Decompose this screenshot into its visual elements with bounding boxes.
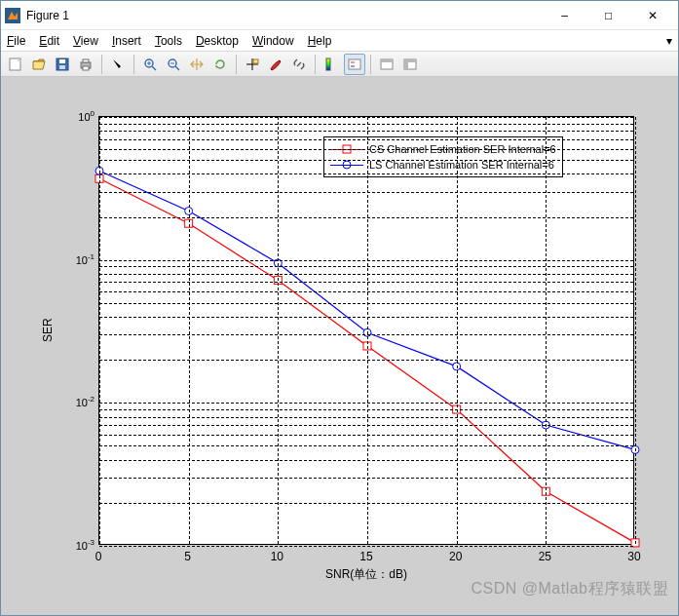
brush-button[interactable] [265, 54, 286, 75]
legend[interactable]: CS Channel Estimation SER Internal=6LS C… [323, 136, 563, 177]
close-button[interactable]: ✕ [630, 3, 674, 28]
x-tick-label: 15 [347, 550, 386, 563]
svg-rect-4 [59, 65, 65, 69]
menu-window[interactable]: Window [252, 34, 294, 48]
toolbar-separator [236, 55, 237, 74]
hide-tools-button[interactable] [376, 54, 397, 75]
grid-line [99, 303, 633, 304]
minimize-button[interactable]: – [543, 3, 586, 28]
grid-line [546, 117, 547, 544]
grid-line [99, 425, 633, 426]
svg-rect-17 [253, 59, 258, 63]
grid-line [99, 131, 633, 132]
grid-line [99, 149, 633, 150]
menu-desktop[interactable]: Desktop [196, 34, 239, 48]
menu-file[interactable]: File [7, 34, 25, 48]
rotate-button[interactable] [209, 54, 231, 75]
grid-line [99, 503, 633, 504]
grid-line [99, 160, 633, 161]
toolbar-separator [370, 55, 371, 74]
grid-line [99, 360, 633, 361]
svg-rect-3 [59, 59, 65, 63]
show-tools-button[interactable] [399, 54, 421, 75]
save-button[interactable] [52, 54, 73, 75]
matlab-icon [5, 8, 20, 23]
y-tick-label: 100 [73, 109, 94, 123]
grid-line [99, 460, 633, 461]
maximize-button[interactable]: □ [586, 3, 630, 28]
grid-line [278, 117, 279, 544]
grid-line [99, 217, 633, 218]
grid-line [99, 124, 633, 125]
print-button[interactable] [75, 54, 96, 75]
svg-rect-7 [83, 66, 89, 70]
zoom-out-button[interactable] [163, 54, 184, 75]
grid-line [99, 334, 633, 335]
svg-rect-26 [404, 59, 408, 69]
grid-line [189, 117, 190, 544]
grid-line [99, 546, 633, 547]
grid-line [99, 266, 633, 267]
toolbar-separator [101, 55, 102, 74]
menu-help[interactable]: Help [308, 34, 332, 48]
y-tick-label: 10-2 [73, 396, 94, 409]
grid-line [99, 173, 633, 174]
x-tick-label: 5 [169, 550, 207, 563]
grid-line [99, 317, 633, 318]
grid-line [99, 282, 633, 283]
insert-legend-button[interactable] [344, 54, 365, 75]
x-tick-label: 25 [525, 550, 564, 563]
x-axis-label: SNR(单位：dB) [98, 566, 634, 583]
menubar: File Edit View Insert Tools Desktop Wind… [1, 30, 678, 52]
figure-canvas: SER CS Channel Estimation SER Internal=6… [1, 77, 678, 615]
grid-line [635, 117, 636, 544]
zoom-in-button[interactable] [139, 54, 161, 75]
toolbar-separator [315, 55, 316, 74]
data-cursor-button[interactable] [242, 54, 263, 75]
svg-line-13 [175, 66, 179, 70]
grid-line [99, 403, 633, 404]
insert-colorbar-button[interactable] [321, 54, 342, 75]
grid-line [99, 291, 633, 292]
grid-line [99, 192, 633, 193]
svg-rect-23 [381, 59, 393, 62]
svg-rect-6 [83, 59, 89, 62]
x-tick-label: 10 [257, 550, 296, 563]
menu-view[interactable]: View [73, 34, 98, 48]
svg-line-9 [152, 66, 156, 70]
menu-tools[interactable]: Tools [155, 34, 182, 48]
grid-line [99, 445, 633, 446]
window-title: Figure 1 [26, 9, 543, 22]
menu-overflow-icon[interactable]: ▾ [666, 34, 672, 48]
y-tick-label: 10-3 [73, 538, 94, 552]
x-tick-label: 30 [615, 550, 654, 563]
grid-line [99, 409, 633, 410]
grid-line [99, 117, 633, 118]
pan-button[interactable] [186, 54, 207, 75]
link-button[interactable] [288, 54, 310, 75]
menu-edit[interactable]: Edit [39, 34, 59, 48]
x-tick-label: 0 [79, 550, 118, 563]
grid-line [99, 435, 633, 436]
toolbar [1, 52, 678, 77]
open-button[interactable] [28, 54, 50, 75]
grid-line [99, 260, 633, 261]
toolbar-separator [133, 55, 134, 74]
figure-window: Figure 1 – □ ✕ File Edit View Insert Too… [0, 0, 679, 616]
grid-line [457, 117, 458, 544]
x-tick-label: 20 [436, 550, 475, 563]
grid-line [99, 139, 633, 140]
y-tick-label: 10-1 [73, 252, 94, 266]
titlebar: Figure 1 – □ ✕ [1, 1, 678, 30]
new-figure-button[interactable] [5, 54, 26, 75]
svg-rect-18 [326, 58, 330, 70]
axes-box: CS Channel Estimation SER Internal=6LS C… [98, 116, 634, 545]
grid-line [367, 117, 368, 544]
svg-rect-19 [349, 59, 360, 69]
edit-plot-button[interactable] [107, 54, 129, 75]
axes[interactable]: SER CS Channel Estimation SER Internal=6… [50, 106, 644, 594]
grid-line [99, 274, 633, 275]
y-axis-label: SER [38, 116, 57, 545]
menu-insert[interactable]: Insert [112, 34, 141, 48]
grid-line [99, 478, 633, 479]
